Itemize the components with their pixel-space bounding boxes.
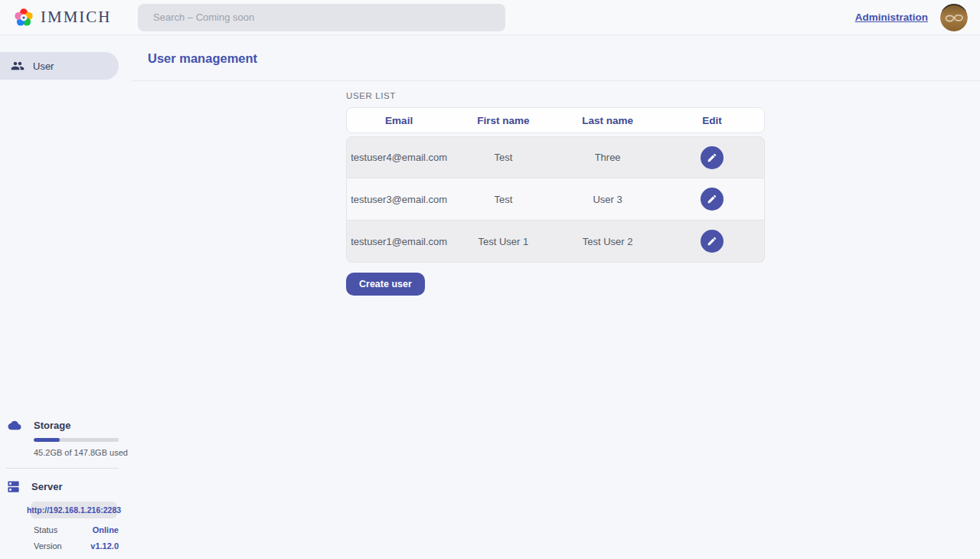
cell-email: testuser3@email.com bbox=[347, 194, 451, 205]
logo-wordmark: IMMICH bbox=[41, 8, 112, 27]
sidebar: User Storage 45.2GB of 147.8GB used Serv… bbox=[0, 36, 131, 559]
search-input[interactable] bbox=[138, 4, 505, 31]
table-row: testuser3@email.com Test User 3 bbox=[346, 178, 765, 221]
pencil-icon bbox=[707, 236, 717, 247]
column-header-first-name: First name bbox=[451, 115, 555, 126]
section-title: USER LIST bbox=[346, 91, 765, 100]
storage-section-header: Storage bbox=[6, 419, 119, 432]
cell-first-name: Test User 1 bbox=[451, 236, 555, 247]
avatar-photo bbox=[940, 4, 968, 31]
cell-email: testuser4@email.com bbox=[347, 152, 451, 163]
pencil-icon bbox=[707, 194, 717, 204]
storage-progress-bar bbox=[34, 438, 119, 442]
cell-email: testuser1@email.com bbox=[347, 236, 451, 247]
server-section-header: Server bbox=[6, 479, 119, 494]
storage-usage-text: 45.2GB of 147.8GB used bbox=[34, 448, 119, 457]
column-header-last-name: Last name bbox=[556, 115, 660, 126]
user-avatar[interactable] bbox=[940, 4, 968, 31]
column-header-edit: Edit bbox=[660, 115, 764, 126]
edit-user-button[interactable] bbox=[701, 146, 724, 169]
sidebar-item-label: User bbox=[33, 60, 54, 72]
version-value: v1.12.0 bbox=[90, 541, 119, 551]
page-title-block: User management bbox=[131, 36, 980, 81]
sidebar-item-user[interactable]: User bbox=[0, 52, 119, 80]
create-user-button[interactable]: Create user bbox=[346, 273, 425, 296]
column-header-email: Email bbox=[347, 115, 451, 126]
server-url: http://192.168.1.216:2283 bbox=[27, 505, 121, 515]
storage-progress-fill bbox=[34, 438, 60, 442]
sidebar-status-panel: Storage 45.2GB of 147.8GB used Server ht… bbox=[6, 419, 119, 551]
page-title: User management bbox=[148, 51, 257, 66]
immich-logo[interactable]: IMMICH bbox=[0, 8, 138, 28]
server-icon bbox=[6, 479, 21, 494]
main-content: User management USER LIST Email First na… bbox=[131, 36, 980, 559]
cloud-icon bbox=[6, 419, 23, 432]
cell-last-name: Test User 2 bbox=[556, 236, 660, 247]
edit-user-button[interactable] bbox=[701, 230, 724, 253]
status-value: Online bbox=[93, 525, 119, 534]
immich-admin-app: IMMICH Administration bbox=[0, 0, 980, 559]
cell-last-name: Three bbox=[556, 152, 660, 163]
pencil-icon bbox=[707, 152, 717, 163]
user-list-section: USER LIST Email First name Last name Edi… bbox=[346, 91, 765, 296]
cell-first-name: Test bbox=[451, 194, 555, 205]
edit-user-button[interactable] bbox=[701, 188, 724, 211]
storage-title: Storage bbox=[34, 420, 70, 431]
cell-last-name: User 3 bbox=[556, 194, 660, 205]
table-row: testuser1@email.com Test User 1 Test Use… bbox=[346, 221, 765, 263]
server-version-row: Version v1.12.0 bbox=[34, 541, 119, 551]
immich-flower-icon bbox=[14, 8, 34, 28]
people-icon bbox=[11, 59, 24, 73]
version-label: Version bbox=[34, 541, 62, 551]
status-label: Status bbox=[34, 525, 57, 534]
table-header-row: Email First name Last name Edit bbox=[346, 107, 765, 133]
server-status-row: Status Online bbox=[34, 525, 119, 534]
server-title: Server bbox=[31, 481, 62, 492]
server-url-badge: http://192.168.1.216:2283 bbox=[31, 502, 117, 518]
sidebar-divider bbox=[6, 468, 119, 469]
administration-link[interactable]: Administration bbox=[855, 11, 928, 23]
user-table: testuser4@email.com Test Three testuser3… bbox=[346, 136, 765, 263]
topbar-right: Administration bbox=[855, 4, 980, 31]
cell-first-name: Test bbox=[451, 152, 555, 163]
top-bar: IMMICH Administration bbox=[0, 0, 980, 35]
table-row: testuser4@email.com Test Three bbox=[346, 136, 765, 178]
